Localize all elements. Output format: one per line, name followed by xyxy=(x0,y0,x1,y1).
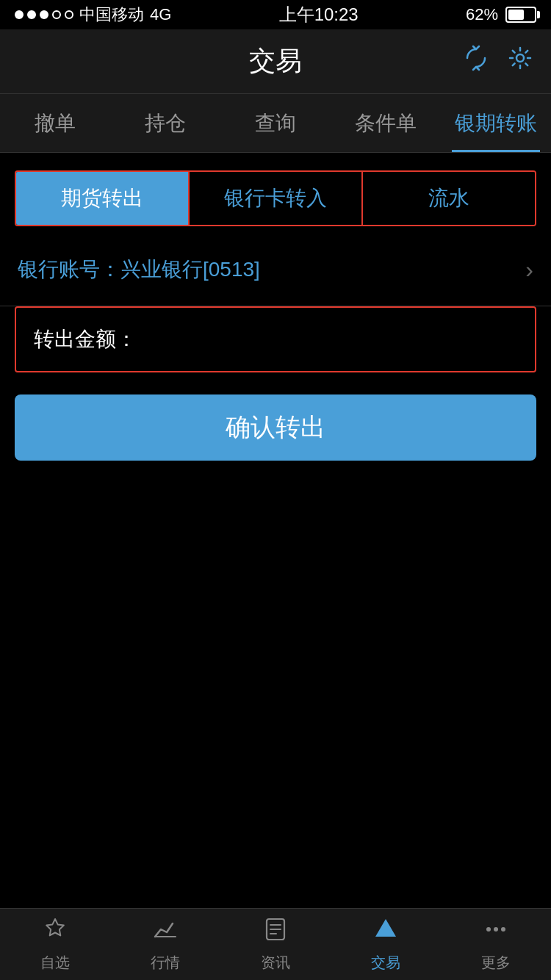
news-icon xyxy=(262,916,289,948)
bottom-tab-资讯[interactable]: 资讯 xyxy=(220,916,331,973)
chevron-right-icon: › xyxy=(525,256,533,284)
time-label: 上午10:23 xyxy=(279,3,359,26)
amount-input[interactable] xyxy=(148,328,517,351)
sub-tab-流水[interactable]: 流水 xyxy=(363,172,535,225)
bottom-tabbar: 自选 行情 资讯 交易 xyxy=(0,908,551,980)
bottom-tab-自选[interactable]: 自选 xyxy=(0,916,110,973)
bottom-tab-label-自选: 自选 xyxy=(40,953,70,973)
tab-持仓[interactable]: 持仓 xyxy=(110,94,220,152)
bottom-tab-label-更多: 更多 xyxy=(481,953,511,973)
settings-button[interactable] xyxy=(507,45,533,78)
refresh-button[interactable] xyxy=(463,45,489,78)
svg-point-8 xyxy=(494,927,498,932)
svg-point-7 xyxy=(486,927,491,932)
content-area xyxy=(0,461,551,901)
page-title: 交易 xyxy=(249,43,302,79)
bank-account-label: 银行账号：兴业银行[0513] xyxy=(18,256,260,284)
tab-银期转账[interactable]: 银期转账 xyxy=(441,94,551,152)
bottom-tab-行情[interactable]: 行情 xyxy=(110,916,220,973)
tab-条件单[interactable]: 条件单 xyxy=(331,94,441,152)
more-icon xyxy=(483,916,509,948)
chart-icon xyxy=(152,916,179,948)
svg-point-0 xyxy=(516,54,524,62)
bottom-tab-label-资讯: 资讯 xyxy=(261,953,290,973)
carrier-label: 中国移动 xyxy=(79,4,144,26)
svg-marker-6 xyxy=(375,919,396,937)
star-icon xyxy=(42,916,68,948)
confirm-transfer-button[interactable]: 确认转出 xyxy=(15,394,536,461)
battery-icon xyxy=(505,7,536,23)
trade-icon xyxy=(372,916,399,948)
bottom-tab-交易[interactable]: 交易 xyxy=(331,916,441,973)
amount-label: 转出金额： xyxy=(34,325,137,353)
nav-tabs: 撤单 持仓 查询 条件单 银期转账 xyxy=(0,94,551,153)
sub-tab-银行卡转入[interactable]: 银行卡转入 xyxy=(190,172,363,225)
sub-tabs: 期货转出 银行卡转入 流水 xyxy=(15,170,536,226)
tab-查询[interactable]: 查询 xyxy=(220,94,331,152)
bottom-tab-label-行情: 行情 xyxy=(151,953,180,973)
bottom-tab-label-交易: 交易 xyxy=(371,953,400,973)
battery-percent: 62% xyxy=(466,5,498,24)
svg-point-9 xyxy=(501,927,505,932)
header: 交易 xyxy=(0,29,551,94)
bank-account-row[interactable]: 银行账号：兴业银行[0513] › xyxy=(0,234,551,306)
sub-tab-期货转出[interactable]: 期货转出 xyxy=(16,172,190,225)
tab-撤单[interactable]: 撤单 xyxy=(0,94,110,152)
network-label: 4G xyxy=(150,5,171,24)
amount-input-row: 转出金额： xyxy=(15,306,536,372)
bottom-tab-更多[interactable]: 更多 xyxy=(441,916,551,973)
status-bar: 中国移动 4G 上午10:23 62% xyxy=(0,0,551,29)
